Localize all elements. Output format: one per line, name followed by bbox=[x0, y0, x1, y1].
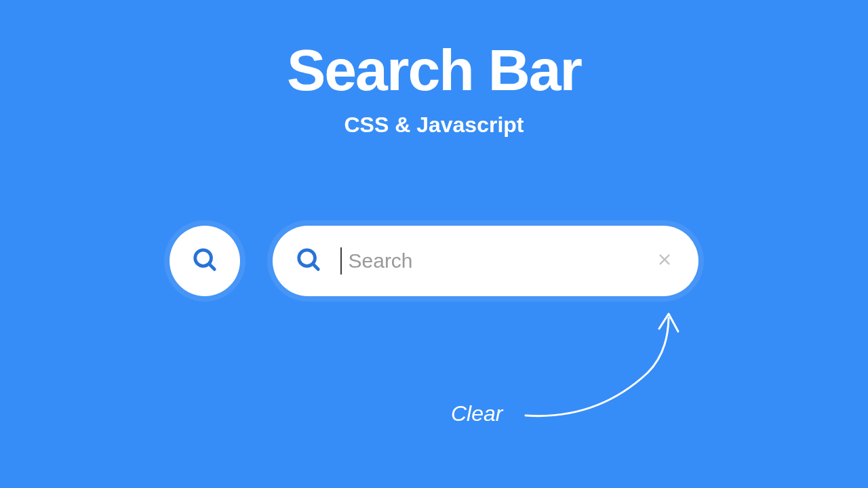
input-cursor-divider bbox=[340, 247, 342, 274]
page-subtitle: CSS & Javascript bbox=[0, 113, 868, 138]
heading: Search Bar CSS & Javascript bbox=[0, 0, 868, 138]
page-title: Search Bar bbox=[0, 41, 868, 99]
svg-line-3 bbox=[313, 264, 318, 269]
annotation-arrow-icon bbox=[522, 308, 692, 430]
search-area bbox=[0, 226, 868, 296]
svg-line-1 bbox=[209, 264, 214, 269]
clear-button[interactable] bbox=[654, 250, 675, 272]
clear-annotation-label: Clear bbox=[451, 401, 502, 426]
close-icon bbox=[657, 252, 672, 270]
search-icon bbox=[296, 247, 321, 275]
search-input[interactable] bbox=[349, 249, 654, 272]
search-bar bbox=[273, 226, 698, 296]
search-icon bbox=[192, 247, 218, 275]
search-toggle-button[interactable] bbox=[170, 226, 240, 296]
